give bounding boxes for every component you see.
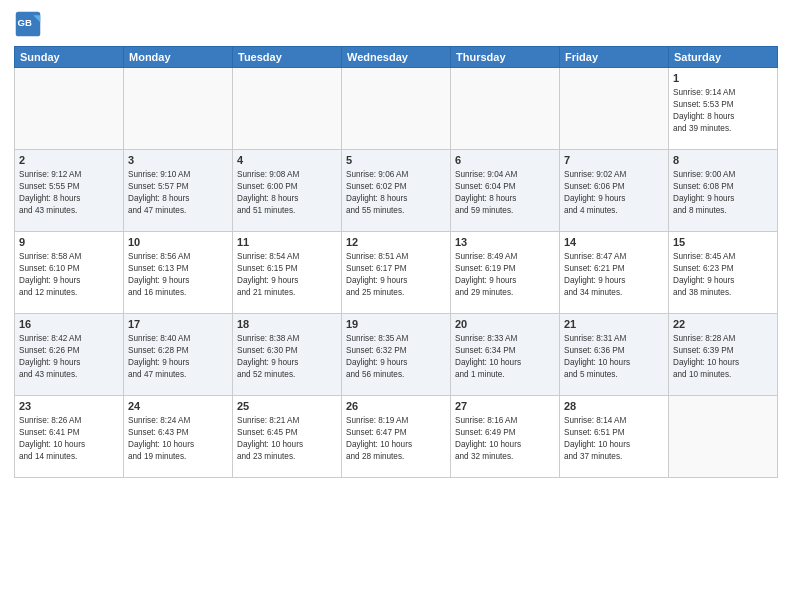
- calendar-cell: 22Sunrise: 8:28 AM Sunset: 6:39 PM Dayli…: [669, 314, 778, 396]
- day-number: 5: [346, 153, 446, 168]
- calendar-cell: [124, 68, 233, 150]
- day-info: Sunrise: 8:33 AM Sunset: 6:34 PM Dayligh…: [455, 333, 555, 381]
- day-info: Sunrise: 8:49 AM Sunset: 6:19 PM Dayligh…: [455, 251, 555, 299]
- calendar-cell: 12Sunrise: 8:51 AM Sunset: 6:17 PM Dayli…: [342, 232, 451, 314]
- day-info: Sunrise: 9:14 AM Sunset: 5:53 PM Dayligh…: [673, 87, 773, 135]
- calendar-cell: 15Sunrise: 8:45 AM Sunset: 6:23 PM Dayli…: [669, 232, 778, 314]
- day-number: 7: [564, 153, 664, 168]
- weekday-tuesday: Tuesday: [233, 47, 342, 68]
- calendar-cell: 28Sunrise: 8:14 AM Sunset: 6:51 PM Dayli…: [560, 396, 669, 478]
- calendar-cell: 23Sunrise: 8:26 AM Sunset: 6:41 PM Dayli…: [15, 396, 124, 478]
- day-info: Sunrise: 8:26 AM Sunset: 6:41 PM Dayligh…: [19, 415, 119, 463]
- day-info: Sunrise: 9:04 AM Sunset: 6:04 PM Dayligh…: [455, 169, 555, 217]
- calendar-cell: 24Sunrise: 8:24 AM Sunset: 6:43 PM Dayli…: [124, 396, 233, 478]
- day-number: 17: [128, 317, 228, 332]
- day-number: 22: [673, 317, 773, 332]
- day-info: Sunrise: 8:28 AM Sunset: 6:39 PM Dayligh…: [673, 333, 773, 381]
- day-number: 6: [455, 153, 555, 168]
- calendar-cell: 10Sunrise: 8:56 AM Sunset: 6:13 PM Dayli…: [124, 232, 233, 314]
- calendar-cell: 20Sunrise: 8:33 AM Sunset: 6:34 PM Dayli…: [451, 314, 560, 396]
- day-info: Sunrise: 9:08 AM Sunset: 6:00 PM Dayligh…: [237, 169, 337, 217]
- weekday-monday: Monday: [124, 47, 233, 68]
- calendar-cell: [342, 68, 451, 150]
- logo-icon: GB: [14, 10, 42, 38]
- day-info: Sunrise: 8:35 AM Sunset: 6:32 PM Dayligh…: [346, 333, 446, 381]
- calendar-cell: 2Sunrise: 9:12 AM Sunset: 5:55 PM Daylig…: [15, 150, 124, 232]
- calendar-week-3: 9Sunrise: 8:58 AM Sunset: 6:10 PM Daylig…: [15, 232, 778, 314]
- day-info: Sunrise: 8:45 AM Sunset: 6:23 PM Dayligh…: [673, 251, 773, 299]
- calendar-cell: [560, 68, 669, 150]
- day-number: 27: [455, 399, 555, 414]
- day-info: Sunrise: 8:21 AM Sunset: 6:45 PM Dayligh…: [237, 415, 337, 463]
- day-info: Sunrise: 8:42 AM Sunset: 6:26 PM Dayligh…: [19, 333, 119, 381]
- weekday-wednesday: Wednesday: [342, 47, 451, 68]
- calendar-cell: 11Sunrise: 8:54 AM Sunset: 6:15 PM Dayli…: [233, 232, 342, 314]
- weekday-saturday: Saturday: [669, 47, 778, 68]
- day-number: 18: [237, 317, 337, 332]
- day-number: 25: [237, 399, 337, 414]
- day-info: Sunrise: 9:12 AM Sunset: 5:55 PM Dayligh…: [19, 169, 119, 217]
- calendar-cell: 1Sunrise: 9:14 AM Sunset: 5:53 PM Daylig…: [669, 68, 778, 150]
- day-info: Sunrise: 9:06 AM Sunset: 6:02 PM Dayligh…: [346, 169, 446, 217]
- calendar-cell: [15, 68, 124, 150]
- day-number: 28: [564, 399, 664, 414]
- day-info: Sunrise: 9:10 AM Sunset: 5:57 PM Dayligh…: [128, 169, 228, 217]
- header: GB: [14, 10, 778, 38]
- day-info: Sunrise: 8:54 AM Sunset: 6:15 PM Dayligh…: [237, 251, 337, 299]
- day-number: 10: [128, 235, 228, 250]
- calendar-cell: 5Sunrise: 9:06 AM Sunset: 6:02 PM Daylig…: [342, 150, 451, 232]
- calendar-cell: 8Sunrise: 9:00 AM Sunset: 6:08 PM Daylig…: [669, 150, 778, 232]
- day-number: 9: [19, 235, 119, 250]
- day-number: 23: [19, 399, 119, 414]
- day-number: 20: [455, 317, 555, 332]
- calendar-cell: 27Sunrise: 8:16 AM Sunset: 6:49 PM Dayli…: [451, 396, 560, 478]
- calendar-cell: [669, 396, 778, 478]
- day-number: 8: [673, 153, 773, 168]
- weekday-friday: Friday: [560, 47, 669, 68]
- calendar-cell: [233, 68, 342, 150]
- day-info: Sunrise: 8:40 AM Sunset: 6:28 PM Dayligh…: [128, 333, 228, 381]
- calendar-cell: 9Sunrise: 8:58 AM Sunset: 6:10 PM Daylig…: [15, 232, 124, 314]
- calendar-cell: 21Sunrise: 8:31 AM Sunset: 6:36 PM Dayli…: [560, 314, 669, 396]
- day-number: 21: [564, 317, 664, 332]
- calendar-cell: 14Sunrise: 8:47 AM Sunset: 6:21 PM Dayli…: [560, 232, 669, 314]
- weekday-sunday: Sunday: [15, 47, 124, 68]
- day-info: Sunrise: 8:14 AM Sunset: 6:51 PM Dayligh…: [564, 415, 664, 463]
- calendar-cell: 6Sunrise: 9:04 AM Sunset: 6:04 PM Daylig…: [451, 150, 560, 232]
- day-info: Sunrise: 9:00 AM Sunset: 6:08 PM Dayligh…: [673, 169, 773, 217]
- calendar-week-1: 1Sunrise: 9:14 AM Sunset: 5:53 PM Daylig…: [15, 68, 778, 150]
- page: GB SundayMondayTuesdayWednesdayThursdayF…: [0, 0, 792, 612]
- calendar-week-5: 23Sunrise: 8:26 AM Sunset: 6:41 PM Dayli…: [15, 396, 778, 478]
- day-number: 19: [346, 317, 446, 332]
- calendar-cell: 17Sunrise: 8:40 AM Sunset: 6:28 PM Dayli…: [124, 314, 233, 396]
- day-number: 11: [237, 235, 337, 250]
- day-info: Sunrise: 8:31 AM Sunset: 6:36 PM Dayligh…: [564, 333, 664, 381]
- calendar-cell: 4Sunrise: 9:08 AM Sunset: 6:00 PM Daylig…: [233, 150, 342, 232]
- day-info: Sunrise: 8:19 AM Sunset: 6:47 PM Dayligh…: [346, 415, 446, 463]
- calendar-cell: 7Sunrise: 9:02 AM Sunset: 6:06 PM Daylig…: [560, 150, 669, 232]
- day-number: 16: [19, 317, 119, 332]
- calendar-header: SundayMondayTuesdayWednesdayThursdayFrid…: [15, 47, 778, 68]
- day-number: 26: [346, 399, 446, 414]
- day-info: Sunrise: 8:51 AM Sunset: 6:17 PM Dayligh…: [346, 251, 446, 299]
- calendar-body: 1Sunrise: 9:14 AM Sunset: 5:53 PM Daylig…: [15, 68, 778, 478]
- calendar-week-2: 2Sunrise: 9:12 AM Sunset: 5:55 PM Daylig…: [15, 150, 778, 232]
- logo: GB: [14, 10, 46, 38]
- day-number: 13: [455, 235, 555, 250]
- day-number: 4: [237, 153, 337, 168]
- day-number: 14: [564, 235, 664, 250]
- day-number: 15: [673, 235, 773, 250]
- calendar-cell: 16Sunrise: 8:42 AM Sunset: 6:26 PM Dayli…: [15, 314, 124, 396]
- calendar-cell: 19Sunrise: 8:35 AM Sunset: 6:32 PM Dayli…: [342, 314, 451, 396]
- day-info: Sunrise: 8:58 AM Sunset: 6:10 PM Dayligh…: [19, 251, 119, 299]
- calendar-cell: 3Sunrise: 9:10 AM Sunset: 5:57 PM Daylig…: [124, 150, 233, 232]
- day-number: 2: [19, 153, 119, 168]
- day-number: 3: [128, 153, 228, 168]
- calendar-cell: 18Sunrise: 8:38 AM Sunset: 6:30 PM Dayli…: [233, 314, 342, 396]
- day-info: Sunrise: 8:47 AM Sunset: 6:21 PM Dayligh…: [564, 251, 664, 299]
- calendar-cell: 26Sunrise: 8:19 AM Sunset: 6:47 PM Dayli…: [342, 396, 451, 478]
- day-number: 1: [673, 71, 773, 86]
- day-info: Sunrise: 8:56 AM Sunset: 6:13 PM Dayligh…: [128, 251, 228, 299]
- day-info: Sunrise: 8:24 AM Sunset: 6:43 PM Dayligh…: [128, 415, 228, 463]
- day-info: Sunrise: 8:38 AM Sunset: 6:30 PM Dayligh…: [237, 333, 337, 381]
